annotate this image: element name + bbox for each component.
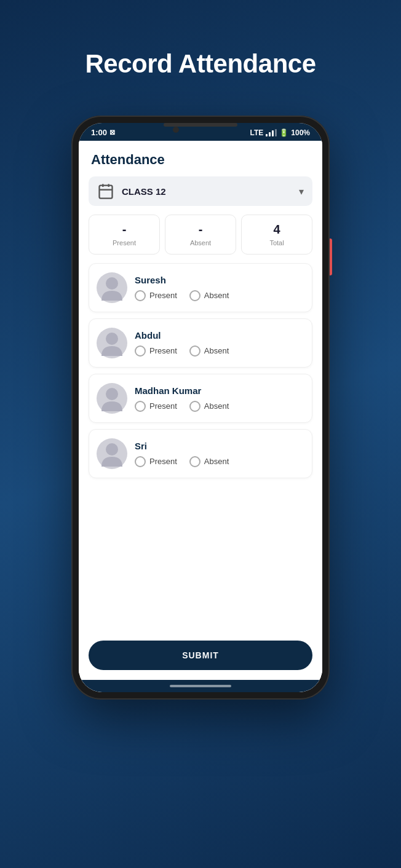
present-label: Present <box>113 239 136 247</box>
app-header: Attendance <box>79 141 322 176</box>
present-option[interactable]: Present <box>135 290 177 301</box>
chevron-down-icon: ▾ <box>299 186 304 197</box>
phone-screen: 1:00 ⊠ LTE 🔋 100% Attendance <box>79 123 322 692</box>
absent-radio[interactable] <box>189 401 200 412</box>
svg-rect-0 <box>100 186 113 199</box>
absent-radio-label: Absent <box>204 401 229 411</box>
student-list: Suresh Present Absent <box>79 263 322 633</box>
absent-radio-label: Absent <box>204 291 229 300</box>
carrier-icon: ⊠ <box>109 128 115 136</box>
radio-group: Present Absent <box>135 345 304 357</box>
avatar-person-icon <box>97 328 127 358</box>
calendar-icon <box>97 183 114 200</box>
absent-value: - <box>199 223 203 237</box>
signal-bar-2 <box>269 132 271 136</box>
student-avatar <box>97 272 127 303</box>
student-name: Madhan Kumar <box>135 385 304 396</box>
page-title: Record Attendance <box>85 49 316 79</box>
absent-option[interactable]: Absent <box>189 290 229 301</box>
student-info: Sri Present Absent <box>135 441 304 467</box>
student-card: Suresh Present Absent <box>89 263 312 312</box>
time-text: 1:00 <box>91 128 107 137</box>
present-radio-label: Present <box>149 401 177 411</box>
present-radio-label: Present <box>149 346 177 355</box>
class-dropdown-label: CLASS 12 <box>122 186 292 197</box>
student-card: Madhan Kumar Present Absent <box>89 374 312 423</box>
present-option[interactable]: Present <box>135 456 177 467</box>
signal-bar-1 <box>266 134 268 136</box>
radio-group: Present Absent <box>135 290 304 301</box>
absent-radio-label: Absent <box>204 457 229 466</box>
home-bar <box>170 685 231 687</box>
absent-option[interactable]: Absent <box>189 345 229 357</box>
battery-icon: 🔋 <box>279 128 288 137</box>
absent-label: Absent <box>190 239 211 247</box>
student-info: Madhan Kumar Present Absent <box>135 385 304 412</box>
network-text: LTE <box>250 128 264 137</box>
battery-text: 100% <box>291 128 310 137</box>
present-option[interactable]: Present <box>135 345 177 357</box>
home-indicator <box>79 680 322 692</box>
stat-present-card: - Present <box>89 215 160 254</box>
absent-radio[interactable] <box>189 345 200 357</box>
app-header-title: Attendance <box>91 152 310 168</box>
avatar-person-icon <box>97 438 127 469</box>
total-value: 4 <box>273 223 280 237</box>
avatar-person-icon <box>97 383 127 414</box>
total-label: Total <box>269 239 284 247</box>
radio-group: Present Absent <box>135 456 304 467</box>
svg-point-7 <box>106 443 118 456</box>
svg-point-6 <box>106 388 118 400</box>
absent-radio[interactable] <box>189 456 200 467</box>
present-radio[interactable] <box>135 456 146 467</box>
avatar-person-icon <box>97 272 127 303</box>
phone-camera <box>173 127 179 133</box>
student-avatar <box>97 383 127 414</box>
signal-bar-4 <box>275 129 277 136</box>
submit-section: SUBMIT <box>79 633 322 680</box>
present-radio[interactable] <box>135 401 146 412</box>
present-radio[interactable] <box>135 345 146 357</box>
student-name: Suresh <box>135 275 304 285</box>
student-name: Sri <box>135 441 304 451</box>
submit-button[interactable]: SUBMIT <box>89 641 312 670</box>
radio-group: Present Absent <box>135 401 304 412</box>
student-card: Sri Present Absent <box>89 429 312 478</box>
student-card: Abdul Present Absent <box>89 318 312 368</box>
svg-point-5 <box>106 333 118 345</box>
student-avatar <box>97 328 127 358</box>
stats-row: - Present - Absent 4 Total <box>89 215 312 254</box>
stat-absent-card: - Absent <box>165 215 236 254</box>
student-avatar <box>97 438 127 469</box>
status-icons: LTE 🔋 100% <box>250 128 310 137</box>
absent-radio-label: Absent <box>204 346 229 355</box>
status-time: 1:00 ⊠ <box>91 128 115 137</box>
stat-total-card: 4 Total <box>241 215 312 254</box>
absent-option[interactable]: Absent <box>189 401 229 412</box>
student-info: Abdul Present Absent <box>135 330 304 357</box>
svg-point-4 <box>106 277 118 290</box>
signal-bar-3 <box>272 130 274 136</box>
app-content: Attendance CLASS 12 ▾ - Present <box>79 141 322 692</box>
present-option[interactable]: Present <box>135 401 177 412</box>
student-name: Abdul <box>135 330 304 341</box>
signal-bars <box>266 129 277 136</box>
present-value: - <box>122 223 127 237</box>
present-radio-label: Present <box>149 457 177 466</box>
present-radio-label: Present <box>149 291 177 300</box>
present-radio[interactable] <box>135 290 146 301</box>
status-bar: 1:00 ⊠ LTE 🔋 100% <box>79 123 322 141</box>
phone-frame: 1:00 ⊠ LTE 🔋 100% Attendance <box>71 116 330 700</box>
class-dropdown[interactable]: CLASS 12 ▾ <box>89 176 312 206</box>
student-info: Suresh Present Absent <box>135 275 304 301</box>
absent-radio[interactable] <box>189 290 200 301</box>
absent-option[interactable]: Absent <box>189 456 229 467</box>
